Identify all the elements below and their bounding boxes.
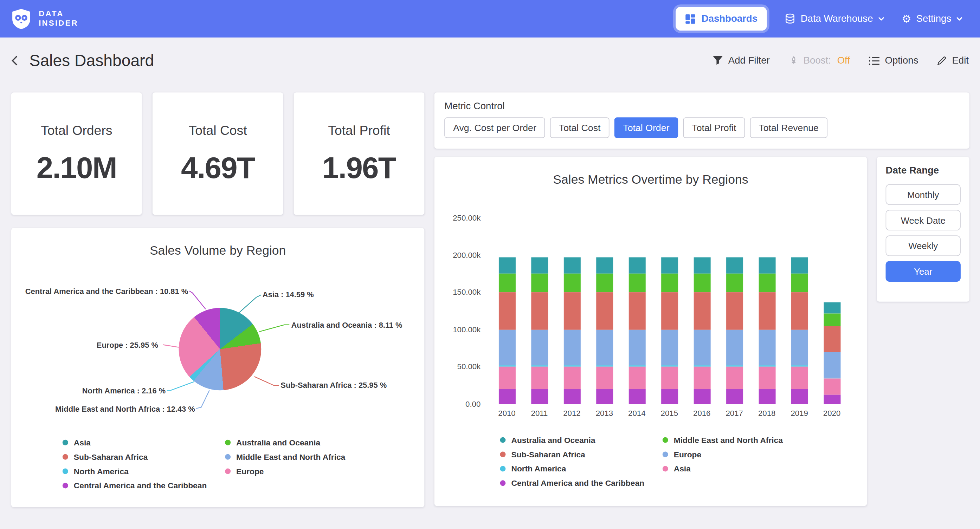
y-axis-tick: 0.00 [444, 399, 480, 409]
bar-column[interactable] [588, 218, 620, 404]
legend-label: Central America and the Caribbean [74, 481, 207, 490]
legend-item[interactable]: North America [62, 467, 225, 476]
date-range-option[interactable]: Weekly [886, 235, 961, 256]
legend-label: Australia and Oceania [236, 438, 320, 447]
bar-segment [694, 389, 710, 404]
bar-column[interactable] [783, 218, 816, 404]
legend-label: Australia and Oceania [511, 435, 595, 445]
y-axis-tick: 200.00k [444, 250, 480, 260]
metric-button[interactable]: Avg. Cost per Order [444, 117, 545, 138]
legend-item[interactable]: Europe [225, 467, 345, 476]
edit-button[interactable]: Edit [937, 55, 969, 66]
brand-name: DATA INSIDER [39, 10, 78, 28]
legend-item[interactable]: North America [500, 464, 662, 473]
back-button[interactable] [11, 55, 18, 66]
bar-column[interactable] [523, 218, 555, 404]
nav-data-warehouse[interactable]: Data Warehouse [784, 13, 884, 24]
kpi-row: Total Orders 2.10M Total Cost 4.69T Tota… [11, 92, 424, 214]
date-range-options: MonthlyWeek DateWeeklyYear [886, 184, 961, 282]
bar-column[interactable] [556, 218, 588, 404]
bar-segment [563, 367, 580, 389]
legend-column: AsiaSub-Saharan AfricaNorth AmericaCentr… [62, 438, 225, 490]
bar-segment [596, 330, 612, 366]
bar-segment [661, 292, 678, 330]
add-filter-button[interactable]: Add Filter [713, 55, 770, 66]
metric-button[interactable]: Total Cost [550, 117, 609, 138]
legend-item[interactable]: Sub-Saharan Africa [500, 450, 662, 459]
legend-item[interactable]: Europe [663, 450, 783, 459]
bar-segment [628, 389, 645, 404]
legend-dot [500, 452, 506, 458]
chevron-down-icon [956, 17, 963, 21]
bar-segment [498, 330, 515, 366]
callout-line-north-america [167, 381, 194, 390]
bar-column[interactable] [718, 218, 751, 404]
y-axis-tick: 250.00k [444, 213, 480, 223]
top-nav: DATA INSIDER Dashboards Data Warehouse [0, 0, 980, 38]
bar-segment [596, 292, 612, 330]
database-icon [784, 13, 795, 24]
x-axis-label: 2011 [523, 409, 555, 418]
bar-segment [726, 330, 743, 366]
legend-label: Middle East and North Africa [674, 435, 783, 445]
date-range-option[interactable]: Monthly [886, 184, 961, 205]
bar-column[interactable] [653, 218, 686, 404]
bar-segment [694, 367, 710, 389]
options-button[interactable]: Options [869, 55, 918, 66]
bar-segment [661, 389, 678, 404]
date-range-option[interactable]: Year [886, 261, 961, 282]
date-range-option[interactable]: Week Date [886, 210, 961, 230]
bar-column[interactable] [491, 218, 523, 404]
bar-stack [531, 257, 548, 404]
metric-button[interactable]: Total Revenue [750, 117, 827, 138]
legend-item[interactable]: Asia [663, 464, 783, 473]
legend-column: Middle East and North AfricaEuropeAsia [663, 435, 783, 488]
nav-dashboards[interactable]: Dashboards [676, 7, 767, 31]
pie-callout-label: Europe : 25.95 % [97, 341, 158, 350]
bar-segment [531, 330, 548, 366]
chevron-left-icon [11, 55, 18, 66]
legend-item[interactable]: Central America and the Caribbean [500, 478, 662, 488]
right-column: Metric Control Avg. Cost per OrderTotal … [434, 92, 969, 507]
legend-item[interactable]: Australia and Oceania [500, 435, 662, 445]
legend-item[interactable]: Asia [62, 438, 225, 447]
bar-segment [824, 394, 840, 404]
bar-segment [759, 330, 775, 366]
list-icon [869, 56, 880, 65]
bar-column[interactable] [751, 218, 783, 404]
bar-segment [563, 257, 580, 274]
pie-circle[interactable] [179, 308, 261, 391]
bar-segment [531, 367, 548, 389]
legend-item[interactable]: Middle East and North Africa [663, 435, 783, 445]
callout-line-asia [238, 295, 261, 313]
x-axis-label: 2019 [783, 409, 816, 418]
bar-segment [498, 389, 515, 404]
dashboard-grid-icon [685, 13, 696, 24]
metric-buttons: Avg. Cost per OrderTotal CostTotal Order… [444, 117, 959, 138]
bar-area: 2010201120122013201420152016201720182019… [444, 213, 858, 426]
bar-segment [563, 389, 580, 404]
pie-chart-area: Asia : 14.59 % Australia and Oceania : 8… [11, 262, 424, 429]
legend-dot [62, 469, 68, 474]
legend-item[interactable]: Middle East and North Africa [225, 452, 345, 462]
metric-button[interactable]: Total Profit [683, 117, 745, 138]
legend-label: Europe [674, 450, 701, 459]
edit-label: Edit [952, 55, 969, 66]
bar-column[interactable] [686, 218, 718, 404]
filter-funnel-icon [713, 56, 723, 65]
bar-segment [791, 389, 808, 404]
left-column: Total Orders 2.10M Total Cost 4.69T Tota… [11, 92, 424, 507]
bar-column[interactable] [816, 218, 848, 404]
legend-item[interactable]: Australia and Oceania [225, 438, 345, 447]
bar-column[interactable] [621, 218, 653, 404]
nav-settings[interactable]: ⚙ Settings [902, 13, 963, 24]
legend-label: North America [74, 467, 129, 476]
bar-segment [791, 367, 808, 389]
boost-state: Off [837, 55, 850, 66]
legend-dot [500, 437, 506, 443]
bar-segment [628, 367, 645, 389]
legend-item[interactable]: Sub-Saharan Africa [62, 452, 225, 462]
metric-button[interactable]: Total Order [614, 117, 678, 138]
legend-item[interactable]: Central America and the Caribbean [62, 481, 225, 490]
boost-toggle[interactable]: Boost: Off [788, 55, 850, 66]
